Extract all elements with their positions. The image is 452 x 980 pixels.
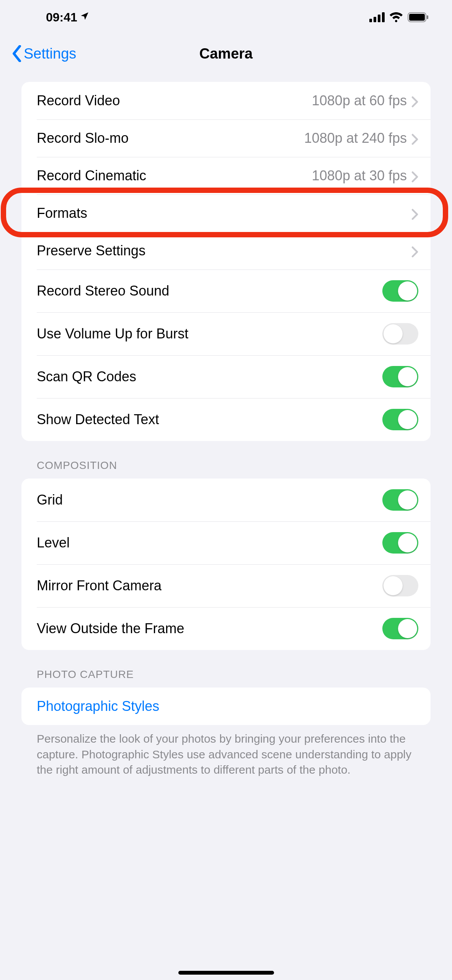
show-detected-text-toggle[interactable] (382, 409, 418, 430)
preserve-settings-row[interactable]: Preserve Settings (21, 232, 431, 270)
volume-up-burst-toggle[interactable] (382, 323, 418, 345)
row-label: Level (37, 535, 382, 551)
record-stereo-sound-toggle[interactable] (382, 280, 418, 302)
row-label: Scan QR Codes (37, 369, 382, 385)
svg-rect-0 (369, 19, 372, 22)
scan-qr-codes-toggle[interactable] (382, 366, 418, 387)
grid-row[interactable]: Grid (21, 479, 431, 521)
row-label: Mirror Front Camera (37, 578, 382, 594)
record-video-row[interactable]: Record Video 1080p at 60 fps (21, 82, 431, 119)
row-label: Record Slo-mo (37, 130, 304, 146)
settings-group-photo-capture: Photographic Styles (21, 688, 431, 725)
chevron-right-icon (411, 245, 418, 256)
battery-icon (408, 12, 429, 22)
photo-capture-header: PHOTO CAPTURE (21, 650, 431, 688)
svg-rect-1 (374, 17, 376, 22)
row-detail: 1080p at 240 fps (304, 130, 407, 146)
view-outside-frame-row[interactable]: View Outside the Frame (21, 607, 431, 650)
level-toggle[interactable] (382, 532, 418, 554)
chevron-right-icon (411, 95, 418, 106)
status-time: 09:41 (46, 10, 90, 24)
svg-rect-3 (382, 12, 385, 22)
settings-group-main: Record Video 1080p at 60 fps Record Slo-… (21, 82, 431, 441)
chevron-left-icon (11, 45, 22, 62)
svg-rect-5 (409, 14, 425, 21)
chevron-right-icon (411, 132, 418, 144)
photographic-styles-row[interactable]: Photographic Styles (21, 688, 431, 725)
composition-header: COMPOSITION (21, 441, 431, 479)
back-button[interactable]: Settings (11, 45, 76, 62)
row-label: Record Video (37, 93, 312, 109)
volume-up-burst-row[interactable]: Use Volume Up for Burst (21, 312, 431, 355)
wifi-icon (389, 12, 403, 22)
cellular-icon (369, 12, 385, 22)
formats-row[interactable]: Formats (21, 194, 431, 232)
back-label: Settings (24, 46, 76, 62)
photo-capture-footer: Personalize the look of your photos by b… (21, 725, 431, 778)
time-label: 09:41 (46, 10, 77, 24)
mirror-front-camera-row[interactable]: Mirror Front Camera (21, 564, 431, 607)
row-label: Formats (37, 205, 411, 221)
row-label: Preserve Settings (37, 243, 411, 259)
home-indicator[interactable] (178, 971, 274, 975)
row-label: View Outside the Frame (37, 621, 382, 637)
row-detail: 1080p at 60 fps (312, 93, 407, 109)
row-label: Show Detected Text (37, 412, 382, 428)
show-detected-text-row[interactable]: Show Detected Text (21, 398, 431, 441)
nav-bar: Settings Camera (0, 34, 452, 77)
row-label: Record Stereo Sound (37, 283, 382, 299)
location-icon (80, 11, 90, 24)
row-label: Use Volume Up for Burst (37, 326, 382, 342)
row-label: Photographic Styles (37, 698, 418, 714)
svg-rect-6 (427, 15, 428, 19)
chevron-right-icon (411, 170, 418, 181)
record-stereo-sound-row[interactable]: Record Stereo Sound (21, 270, 431, 312)
mirror-front-camera-toggle[interactable] (382, 575, 418, 596)
record-cinematic-row[interactable]: Record Cinematic 1080p at 30 fps (21, 157, 431, 194)
svg-rect-2 (378, 15, 380, 22)
grid-toggle[interactable] (382, 489, 418, 511)
record-slomo-row[interactable]: Record Slo-mo 1080p at 240 fps (21, 119, 431, 157)
settings-group-composition: Grid Level Mirror Front Camera View Outs… (21, 479, 431, 650)
level-row[interactable]: Level (21, 521, 431, 564)
row-label: Grid (37, 492, 382, 508)
chevron-right-icon (411, 207, 418, 219)
status-right (369, 12, 429, 22)
scan-qr-codes-row[interactable]: Scan QR Codes (21, 355, 431, 398)
row-label: Record Cinematic (37, 168, 312, 184)
view-outside-frame-toggle[interactable] (382, 618, 418, 639)
row-detail: 1080p at 30 fps (312, 168, 407, 184)
status-bar: 09:41 (0, 0, 452, 34)
